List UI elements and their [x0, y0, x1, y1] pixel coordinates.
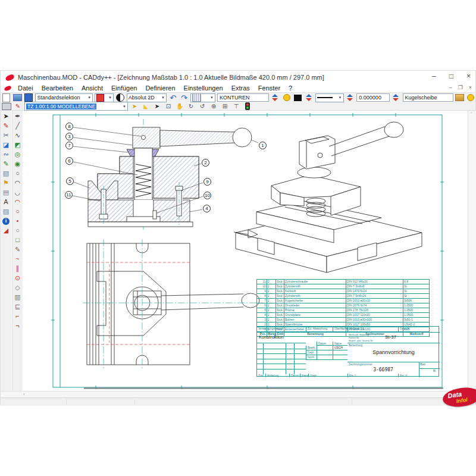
contour-icon[interactable]: ⊑	[13, 302, 23, 311]
open-folder-icon	[13, 94, 22, 101]
select-lamp-button[interactable]: ➤	[130, 102, 139, 111]
dotted-select-icon[interactable]: ▧	[1, 169, 11, 178]
maximize-button[interactable]: □	[449, 72, 453, 80]
redo-button[interactable]: ↷	[180, 93, 189, 102]
group-icon[interactable]: ▤	[1, 188, 11, 197]
parts-cell-benennung: Prisma	[284, 308, 346, 312]
zoom-all-button[interactable]: ⊕	[209, 102, 218, 111]
hatch-tool-icon[interactable]: ▨	[1, 207, 11, 216]
minimize-button[interactable]: –	[432, 72, 436, 80]
selection-mode-combo[interactable]: Standardselektion▼	[35, 93, 93, 102]
parts-cell-pos: 6	[257, 303, 267, 308]
menu-item-datei[interactable]: Datei	[14, 84, 37, 92]
origin-button[interactable]	[115, 93, 125, 102]
select-arrow-icon[interactable]: ➤	[1, 112, 11, 121]
eraser-icon[interactable]: ◢	[1, 226, 11, 235]
corner-arrow-icon[interactable]: ⌐	[13, 312, 23, 321]
regen-status-button[interactable]	[243, 102, 252, 111]
green-pencil-icon[interactable]: ✎	[1, 159, 11, 168]
color-combo[interactable]: ▼	[95, 93, 114, 102]
mdi-minimize-button[interactable]: –	[449, 84, 452, 90]
rounded-rect-icon[interactable]: □	[13, 236, 23, 245]
menu-item-definieren[interactable]: Definieren	[141, 84, 179, 92]
rect-diagonal-icon[interactable]: ◩	[13, 140, 23, 149]
balloon-tool-icon[interactable]: ⊙	[13, 274, 23, 283]
menu-item-einfgen[interactable]: Einfügen	[107, 84, 141, 92]
new-file-button[interactable]	[2, 93, 11, 102]
freehand-pen-icon: ✒	[15, 113, 20, 120]
vertical-scrollbar[interactable]: ˆ ˇ	[468, 111, 476, 397]
trim-scissors-icon[interactable]: ✂	[1, 131, 11, 140]
measure-button[interactable]: ⊤	[231, 102, 241, 111]
swap-layer-button[interactable]	[304, 93, 314, 102]
table-row: 91StckKerbstiftDIN 1473 5x24St	[257, 289, 429, 293]
open-file-button[interactable]	[13, 93, 23, 102]
zoom-in-button[interactable]: ↻	[186, 102, 196, 111]
grid-combo[interactable]: ▼	[190, 93, 215, 102]
chevron-down-icon: ▼	[208, 96, 214, 99]
zoom-out-button[interactable]: ↺	[198, 102, 207, 111]
close-button[interactable]: ×	[466, 72, 471, 80]
scroll-left-icon[interactable]: ‹	[23, 392, 25, 397]
menu-item-bearbeiten[interactable]: Bearbeiten	[37, 84, 77, 92]
traffic-light-icon	[245, 102, 250, 110]
zoom-window-button[interactable]: ⊡	[164, 102, 173, 111]
mdi-restore-button[interactable]: ❐	[458, 84, 463, 90]
layer-up-button[interactable]	[346, 93, 355, 102]
menu-item-einstellungen[interactable]: Einstellungen	[180, 84, 227, 92]
assistant-button[interactable]	[466, 93, 475, 102]
cursor-arrow-button[interactable]: ➤	[152, 102, 162, 111]
corner-triangle-button[interactable]: ◣	[141, 102, 151, 111]
balloon-11: 11	[65, 191, 73, 199]
box3d-icon[interactable]: ◇	[13, 283, 23, 292]
red-pencil-icon[interactable]: ✎	[1, 121, 11, 130]
barcode-icon[interactable]: ▥	[13, 293, 23, 302]
info-icon[interactable]: i	[1, 217, 11, 226]
flag-icon[interactable]: ⚑	[1, 178, 11, 187]
swap-curve-icon[interactable]: ∾	[1, 150, 11, 159]
menu-item-extras[interactable]: Extras	[227, 84, 254, 92]
menu-item-fenster[interactable]: Fenster	[254, 84, 284, 92]
circle-center-icon[interactable]: ◉	[13, 159, 23, 168]
layer-combo[interactable]: TZ 1.00:1.00 MODELLEBENE ▼	[24, 102, 128, 111]
polyline-tool-icon[interactable]: ∿	[13, 131, 23, 140]
scroll-up-icon[interactable]: ˆ	[471, 111, 472, 117]
circle-tool-icon[interactable]: ○	[13, 169, 23, 178]
layer-down-button[interactable]	[392, 93, 401, 102]
zoom-page-button[interactable]: ⊞	[220, 102, 230, 111]
point-tool-icon[interactable]: •	[13, 217, 23, 226]
norm-name	[333, 355, 347, 360]
pan-hand-button[interactable]: ✋	[175, 102, 184, 111]
coordinate-mode-combo[interactable]: Absolut 2D▼	[127, 93, 167, 102]
text-tool-icon[interactable]: A	[1, 198, 11, 206]
save-file-button[interactable]	[24, 93, 34, 102]
kontur-input[interactable]: KONTUREN	[217, 93, 269, 102]
edit-pen-icon[interactable]: ✎	[13, 245, 23, 254]
corner2-icon[interactable]: ¬	[13, 321, 23, 330]
menu-item-?[interactable]: ?	[284, 84, 296, 92]
redline-button[interactable]: ✎	[13, 102, 23, 111]
undo-button[interactable]: ↶	[168, 93, 178, 102]
line-tool-icon[interactable]: ╱	[13, 121, 23, 130]
mdi-close-button[interactable]: ×	[469, 84, 472, 90]
print-button[interactable]	[2, 102, 11, 111]
blue-square-icon[interactable]: ◪	[1, 140, 11, 149]
move-layer-button[interactable]	[271, 93, 280, 102]
arc-top-icon[interactable]: ◠	[13, 178, 23, 187]
highlight-button[interactable]	[282, 93, 292, 102]
curve-tool-icon[interactable]: ~	[13, 255, 23, 264]
arc-hook-icon[interactable]: ◠	[13, 198, 23, 206]
linestyle-combo[interactable]: ▼	[315, 93, 343, 102]
angle-input[interactable]: 0.000000	[356, 93, 389, 102]
fill-color-button[interactable]	[293, 93, 303, 102]
freehand-pen-icon[interactable]: ✒	[13, 112, 23, 121]
parallel-lines-icon[interactable]: ∥	[13, 264, 23, 273]
menu-item-ansicht[interactable]: Ansicht	[77, 84, 107, 92]
arc-bottom-icon[interactable]: ◡	[13, 188, 23, 197]
ellipse-tool-icon[interactable]: ○	[13, 226, 23, 235]
red-color-icon	[96, 94, 104, 102]
element-name-input[interactable]: Kugelscheibe	[403, 93, 453, 102]
red-ellipse-icon[interactable]: ○	[13, 207, 23, 216]
concentric-circles-icon[interactable]: ◎	[13, 150, 23, 159]
import-button[interactable]	[455, 93, 465, 102]
